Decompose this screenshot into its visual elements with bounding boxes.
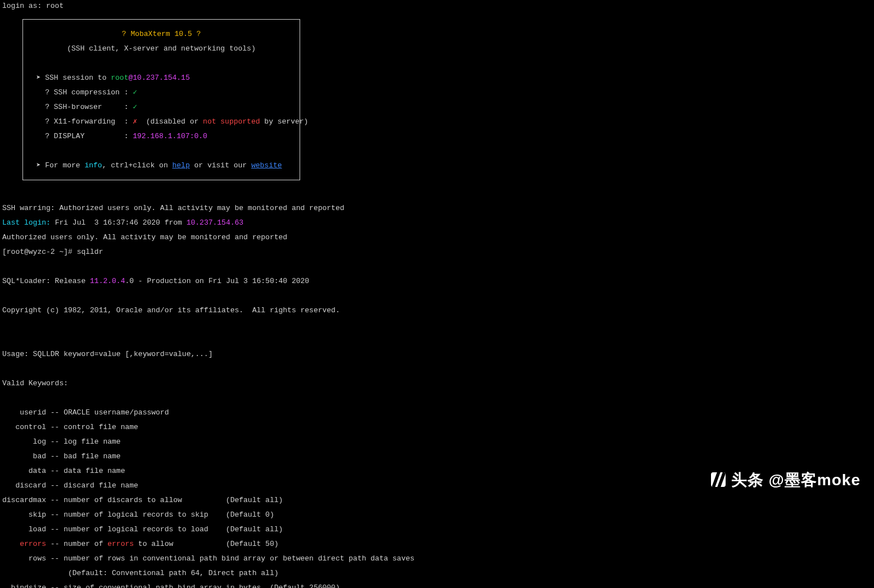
ssh-browser-line: ? SSH-browser : ✓ bbox=[28, 103, 295, 111]
blank bbox=[2, 365, 872, 372]
auth-line: Authorized users only. All activity may … bbox=[2, 234, 872, 241]
website-link[interactable]: website bbox=[251, 161, 282, 170]
kw-bindsize: bindsize -- size of conventional path bi… bbox=[2, 584, 872, 588]
blank bbox=[2, 321, 872, 329]
blank bbox=[28, 147, 295, 154]
ssh-compression-line: ? SSH compression : ✓ bbox=[28, 89, 295, 96]
display-line: ? DISPLAY : 192.168.1.107:0.0 bbox=[28, 133, 295, 140]
usage-line: Usage: SQLLDR keyword=value [,keyword=va… bbox=[2, 350, 872, 358]
sqlldr-version: SQL*Loader: Release 11.2.0.4.0 - Product… bbox=[2, 277, 872, 285]
more-info-line: ➤ For more info, ctrl+click on help or v… bbox=[28, 162, 295, 169]
shell-prompt-1: [root@wyzc-2 ~]# sqlldr bbox=[2, 248, 872, 256]
last-login-line: Last login: Fri Jul 3 16:37:46 2020 from… bbox=[2, 219, 872, 226]
x11-forwarding-line: ? X11-forwarding : ✗ (disabled or not su… bbox=[28, 118, 295, 125]
banner-subtitle: (SSH client, X-server and networking too… bbox=[28, 45, 295, 52]
blank bbox=[2, 292, 872, 299]
valid-keywords-header: Valid Keywords: bbox=[2, 380, 872, 387]
blank bbox=[28, 60, 295, 67]
watermark: 头条 @墨客moke bbox=[711, 472, 861, 487]
kw-control: control -- control file name bbox=[2, 423, 872, 431]
ssh-warning: SSH warring: Authorized users only. All … bbox=[2, 204, 872, 212]
mobaxterm-banner: ? MobaXterm 10.5 ? (SSH client, X-server… bbox=[22, 19, 300, 180]
kw-rows-cont: (Default: Conventional path 64, Direct p… bbox=[2, 569, 872, 577]
kw-log: log -- log file name bbox=[2, 438, 872, 445]
login-prompt: login as: root bbox=[2, 2, 872, 10]
blank bbox=[2, 190, 872, 197]
kw-errors: errors -- number of errors to allow (Def… bbox=[2, 540, 872, 548]
ssh-session-line: ➤ SSH session to root@10.237.154.15 bbox=[28, 74, 295, 81]
terminal-output[interactable]: login as: root ? MobaXterm 10.5 ? (SSH c… bbox=[0, 0, 874, 588]
kw-discardmax: discardmax -- number of discards to allo… bbox=[2, 496, 872, 504]
help-link[interactable]: help bbox=[173, 161, 190, 170]
blank bbox=[2, 336, 872, 343]
kw-load: load -- number of logical records to loa… bbox=[2, 526, 872, 533]
copyright-line: Copyright (c) 1982, 2011, Oracle and/or … bbox=[2, 307, 872, 314]
kw-bad: bad -- bad file name bbox=[2, 453, 872, 460]
kw-rows: rows -- number of rows in conventional p… bbox=[2, 555, 872, 562]
toutiao-logo-icon bbox=[711, 472, 726, 487]
watermark-text: 头条 @墨客moke bbox=[731, 476, 861, 484]
kw-userid: userid -- ORACLE username/password bbox=[2, 409, 872, 416]
banner-title: ? MobaXterm 10.5 ? bbox=[28, 30, 295, 38]
kw-skip: skip -- number of logical records to ski… bbox=[2, 511, 872, 518]
blank bbox=[2, 263, 872, 270]
blank bbox=[2, 394, 872, 402]
